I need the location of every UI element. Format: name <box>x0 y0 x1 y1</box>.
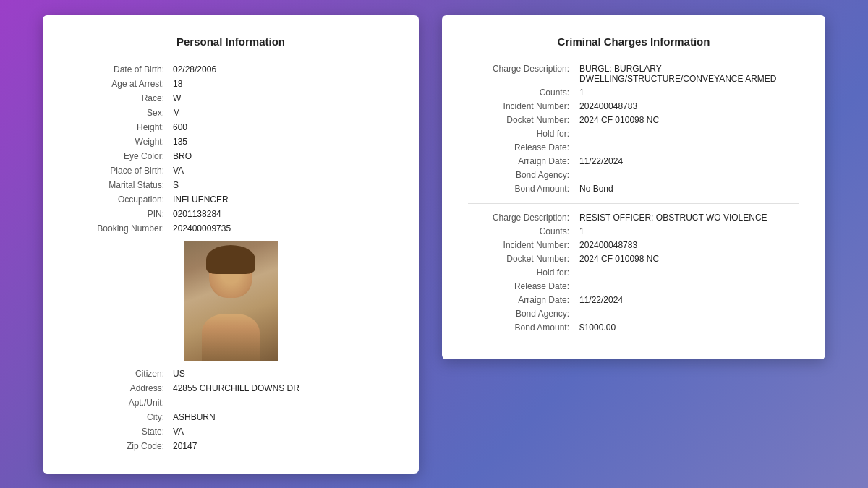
criminal-table: Charge Description: RESIST OFFICER: OBST… <box>468 211 799 335</box>
address-field-row: Citizen: US <box>69 367 393 381</box>
field-value: ASHBURN <box>170 410 393 424</box>
field-value: 42855 CHURCHILL DOWNS DR <box>170 381 393 395</box>
criminal-field-label: Docket Number: <box>468 114 576 127</box>
criminal-field-label: Counts: <box>468 225 576 239</box>
field-value: 202400009735 <box>170 221 393 236</box>
address-field-row: Zip Code: 20147 <box>69 439 393 453</box>
criminal-field-value <box>576 280 799 294</box>
charges-container: Charge Description: BURGL: BURGLARYDWELL… <box>468 62 799 335</box>
personal-info-table: Date of Birth: 02/28/2006 Age at Arrest:… <box>69 62 393 453</box>
criminal-table: Charge Description: BURGL: BURGLARYDWELL… <box>468 62 799 196</box>
criminal-field-label: Bond Agency: <box>468 168 576 182</box>
field-label: PIN: <box>69 207 170 221</box>
criminal-field-value: $1000.00 <box>576 321 799 335</box>
field-value: S <box>170 178 393 192</box>
criminal-field-label: Arraign Date: <box>468 294 576 307</box>
criminal-field-row: Incident Number: 202400048783 <box>468 100 799 114</box>
field-value: 135 <box>170 134 393 149</box>
criminal-field-row: Charge Description: RESIST OFFICER: OBST… <box>468 211 799 225</box>
criminal-field-row: Bond Agency: <box>468 168 799 182</box>
field-value: 18 <box>170 77 393 91</box>
personal-info-title: Personal Information <box>69 35 393 48</box>
criminal-field-row: Bond Amount: No Bond <box>468 182 799 196</box>
field-value: VA <box>170 424 393 439</box>
criminal-field-value: 11/22/2024 <box>576 155 799 168</box>
criminal-field-value: 2024 CF 010098 NC <box>576 114 799 127</box>
criminal-field-row: Charge Description: BURGL: BURGLARYDWELL… <box>468 62 799 86</box>
personal-field-row: Weight: 135 <box>69 134 393 149</box>
criminal-field-value: 202400048783 <box>576 239 799 252</box>
field-value <box>170 395 393 410</box>
mugshot-row <box>69 236 393 367</box>
mugshot-container <box>72 241 390 361</box>
criminal-field-label: Incident Number: <box>468 239 576 252</box>
personal-info-card: Personal Information Date of Birth: 02/2… <box>43 15 419 474</box>
criminal-field-label: Bond Amount: <box>468 321 576 335</box>
criminal-field-value <box>576 141 799 155</box>
criminal-field-label: Release Date: <box>468 141 576 155</box>
criminal-field-value: No Bond <box>576 182 799 196</box>
criminal-field-row: Counts: 1 <box>468 225 799 239</box>
criminal-field-value <box>576 307 799 321</box>
field-value: INFLUENCER <box>170 192 393 207</box>
field-value: M <box>170 106 393 120</box>
charge-divider <box>468 203 799 204</box>
field-value: 02/28/2006 <box>170 62 393 77</box>
field-label: Zip Code: <box>69 439 170 453</box>
charge-section: Charge Description: RESIST OFFICER: OBST… <box>468 211 799 335</box>
criminal-field-row: Hold for: <box>468 127 799 141</box>
field-label: Apt./Unit: <box>69 395 170 410</box>
field-label: Address: <box>69 381 170 395</box>
criminal-field-value: 2024 CF 010098 NC <box>576 252 799 266</box>
criminal-field-value <box>576 168 799 182</box>
criminal-field-row: Arraign Date: 11/22/2024 <box>468 155 799 168</box>
criminal-field-value <box>576 266 799 280</box>
field-label: Weight: <box>69 134 170 149</box>
field-value: 20147 <box>170 439 393 453</box>
field-label: Height: <box>69 120 170 134</box>
criminal-field-label: Release Date: <box>468 280 576 294</box>
field-value: US <box>170 367 393 381</box>
criminal-field-value: 1 <box>576 86 799 100</box>
criminal-field-row: Release Date: <box>468 141 799 155</box>
criminal-field-label: Charge Description: <box>468 211 576 225</box>
personal-field-row: Occupation: INFLUENCER <box>69 192 393 207</box>
address-field-row: Apt./Unit: <box>69 395 393 410</box>
field-label: Marital Status: <box>69 178 170 192</box>
criminal-field-value: 202400048783 <box>576 100 799 114</box>
criminal-field-row: Docket Number: 2024 CF 010098 NC <box>468 114 799 127</box>
criminal-field-label: Charge Description: <box>468 62 576 86</box>
personal-field-row: Marital Status: S <box>69 178 393 192</box>
criminal-field-value <box>576 127 799 141</box>
field-label: Place of Birth: <box>69 163 170 178</box>
criminal-field-row: Docket Number: 2024 CF 010098 NC <box>468 252 799 266</box>
field-label: Booking Number: <box>69 221 170 236</box>
criminal-field-label: Bond Agency: <box>468 307 576 321</box>
address-field-row: Address: 42855 CHURCHILL DOWNS DR <box>69 381 393 395</box>
criminal-field-label: Docket Number: <box>468 252 576 266</box>
personal-field-row: Eye Color: BRO <box>69 149 393 163</box>
page-container: Personal Information Date of Birth: 02/2… <box>28 1 840 488</box>
field-value: BRO <box>170 149 393 163</box>
criminal-field-label: Counts: <box>468 86 576 100</box>
criminal-field-value: 11/22/2024 <box>576 294 799 307</box>
criminal-field-label: Incident Number: <box>468 100 576 114</box>
criminal-field-row: Incident Number: 202400048783 <box>468 239 799 252</box>
criminal-field-label: Bond Amount: <box>468 182 576 196</box>
field-value: 600 <box>170 120 393 134</box>
field-label: Age at Arrest: <box>69 77 170 91</box>
personal-field-row: Place of Birth: VA <box>69 163 393 178</box>
mugshot-body <box>202 314 260 361</box>
criminal-charges-card: Criminal Charges Information Charge Desc… <box>442 15 825 359</box>
personal-field-row: Date of Birth: 02/28/2006 <box>69 62 393 77</box>
personal-field-row: PIN: 0201138284 <box>69 207 393 221</box>
criminal-field-label: Arraign Date: <box>468 155 576 168</box>
field-value: 0201138284 <box>170 207 393 221</box>
personal-field-row: Race: W <box>69 91 393 106</box>
criminal-field-row: Counts: 1 <box>468 86 799 100</box>
field-label: Occupation: <box>69 192 170 207</box>
field-label: Date of Birth: <box>69 62 170 77</box>
criminal-charges-title: Criminal Charges Information <box>468 35 799 48</box>
criminal-field-row: Bond Agency: <box>468 307 799 321</box>
field-label: Citizen: <box>69 367 170 381</box>
